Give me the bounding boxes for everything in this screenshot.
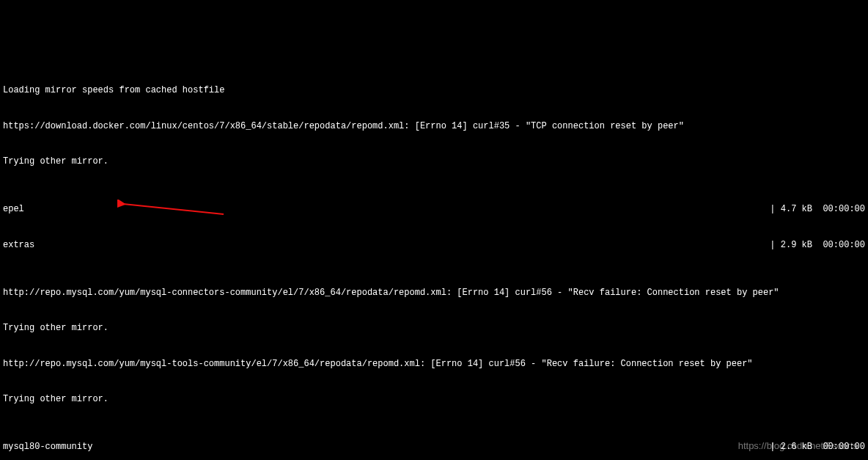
repo-name: epel [3,203,24,215]
log-line: Loading mirror speeds from cached hostfi… [3,84,865,96]
log-line: Trying other mirror. [3,393,865,405]
repo-meta: | 2.9 kB 00:00:00 [770,239,865,251]
repo-line: mysql80-community | 2.6 kB 00:00:00 [3,441,865,453]
repo-meta: | 4.7 kB 00:00:00 [770,203,865,215]
repo-line: extras | 2.9 kB 00:00:00 [3,239,865,251]
log-line: Trying other mirror. [3,156,865,167]
log-line: http://repo.mysql.com/yum/mysql-tools-co… [3,358,865,370]
terminal-output: Loading mirror speeds from cached hostfi… [0,48,868,460]
repo-name: mysql80-community [3,441,92,453]
repo-name: extras [3,239,34,251]
log-line: http://repo.mysql.com/yum/mysql-connecto… [3,287,865,299]
repo-line: epel | 4.7 kB 00:00:00 [3,203,865,215]
watermark-text: https://blog.csdn.net/Escorts [738,439,858,453]
log-line: https://download.docker.com/linux/centos… [3,120,865,132]
log-line: Trying other mirror. [3,322,865,334]
